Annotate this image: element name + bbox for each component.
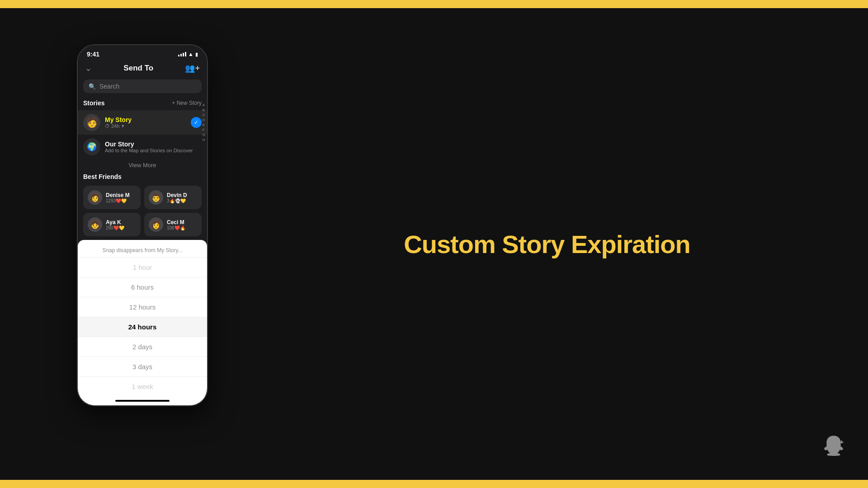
search-icon: 🔍 [89, 83, 96, 90]
battery-icon: ▮ [195, 52, 198, 57]
denise-name: Denise M [106, 192, 130, 198]
status-icons: ▲ ▮ [178, 51, 198, 57]
status-bar: 9:41 ▲ ▮ [78, 45, 207, 61]
ceci-info: Ceci M 106❤️🔥 [167, 219, 185, 230]
home-bar [115, 400, 170, 402]
aya-info: Aya K 290❤️💛 [106, 219, 124, 230]
our-story-avatar: 🌍 [83, 138, 100, 155]
snapchat-logo [822, 434, 845, 462]
wifi-icon: ▲ [188, 51, 193, 57]
search-placeholder: Search [99, 83, 119, 90]
new-story-button[interactable]: + New Story [172, 100, 202, 106]
alpha-c: C [202, 113, 206, 117]
option-3-days[interactable]: 3 days [78, 357, 207, 376]
search-bar[interactable]: 🔍 Search [83, 80, 202, 93]
right-section: Custom Story Expiration [226, 8, 868, 480]
my-story-avatar-emoji: 🧑 [86, 117, 98, 128]
alpha-b: B [202, 108, 206, 113]
friend-card-ceci[interactable]: 👩 Ceci M 106❤️🔥 [144, 213, 202, 236]
main-content: 9:41 ▲ ▮ ⌄ Send To [0, 8, 868, 480]
best-friends-header: Best Friends [78, 171, 207, 184]
alphabet-scroll: A B C D E F G H [202, 110, 206, 135]
option-12-hours[interactable]: 12 hours [78, 297, 207, 317]
devin-avatar: 👨 [149, 190, 163, 205]
alpha-f: F [202, 127, 206, 132]
our-story-info: Our Story Add to the Map and Stories on … [105, 141, 202, 153]
my-story-info: My Story ⏱ 24h ▼ [105, 116, 191, 129]
denise-info: Denise M 1293❤️💛 [106, 192, 130, 203]
my-story-avatar: 🧑 [83, 114, 100, 131]
border-bottom [0, 480, 868, 488]
view-more-button[interactable]: View More [78, 159, 207, 171]
phone-screen: 9:41 ▲ ▮ ⌄ Send To [78, 45, 207, 240]
back-button[interactable]: ⌄ [85, 63, 92, 73]
ceci-avatar: 👩 [149, 217, 163, 232]
option-1-hour[interactable]: 1 hour [78, 257, 207, 277]
friend-card-aya[interactable]: 👧 Aya K 290❤️💛 [83, 213, 141, 236]
my-story-name: My Story [105, 116, 191, 123]
phone-frame: 9:41 ▲ ▮ ⌄ Send To [77, 44, 208, 406]
friend-card-denise[interactable]: 👩 Denise M 1293❤️💛 [83, 186, 141, 209]
devin-score: 3🔥👻💛 [167, 198, 187, 203]
devin-info: Devin D 3🔥👻💛 [167, 192, 187, 203]
our-story-subtitle: Add to the Map and Stories on Discover [105, 148, 202, 153]
option-24-hours[interactable]: 24 hours [78, 317, 207, 337]
feature-title: Custom Story Expiration [404, 230, 690, 259]
border-top [0, 0, 868, 8]
friends-grid: 👩 Denise M 1293❤️💛 👨 Devin D 3🔥👻💛 [78, 184, 207, 240]
friend-card-devin[interactable]: 👨 Devin D 3🔥👻💛 [144, 186, 202, 209]
signal-bar-1 [178, 55, 179, 56]
clock-icon: ⏱ [105, 123, 110, 129]
alpha-d: D [202, 117, 206, 122]
best-friends-label: Best Friends [83, 173, 122, 180]
denise-avatar: 👩 [88, 190, 102, 205]
aya-score: 290❤️💛 [106, 225, 124, 230]
stories-section-header: Stories + New Story [78, 98, 207, 110]
snapchat-ghost-icon [822, 434, 845, 457]
add-friend-button[interactable]: 👥+ [185, 63, 200, 73]
aya-name: Aya K [106, 219, 124, 225]
option-2-days[interactable]: 2 days [78, 337, 207, 357]
alpha-a: A [202, 103, 206, 108]
my-story-timer: ⏱ 24h ▼ [105, 123, 191, 129]
our-story-item[interactable]: 🌍 Our Story Add to the Map and Stories o… [78, 135, 207, 159]
option-1-week[interactable]: 1 week [78, 376, 207, 396]
our-story-name: Our Story [105, 141, 202, 148]
stories-label: Stories [83, 99, 104, 107]
dropdown-header: Snap disappears from My Story... [78, 240, 207, 257]
denise-score: 1293❤️💛 [106, 198, 130, 203]
ceci-name: Ceci M [167, 219, 185, 225]
aya-avatar: 👧 [88, 217, 102, 232]
story-duration: 24h [111, 123, 119, 129]
signal-bar-4 [185, 52, 186, 56]
alpha-e: E [202, 122, 206, 127]
selected-checkmark: ✓ [191, 117, 202, 128]
svg-rect-1 [840, 442, 844, 443]
status-time: 9:41 [87, 51, 99, 58]
devin-name: Devin D [167, 192, 187, 198]
home-indicator [78, 396, 207, 405]
our-story-icon: 🌍 [87, 142, 97, 152]
ceci-score: 106❤️🔥 [167, 225, 185, 230]
expiration-dropdown: Snap disappears from My Story... 1 hour … [78, 240, 207, 405]
screen-title: Send To [123, 64, 153, 73]
option-6-hours[interactable]: 6 hours [78, 277, 207, 297]
signal-bar-2 [180, 54, 182, 56]
signal-bars-icon [178, 52, 186, 56]
chevron-small-icon: ▼ [121, 124, 125, 128]
phone-mockup: 9:41 ▲ ▮ ⌄ Send To [77, 44, 208, 406]
my-story-item[interactable]: 🧑 My Story ⏱ 24h ▼ ✓ A B [78, 110, 207, 135]
signal-bar-3 [183, 53, 184, 56]
screen-header: ⌄ Send To 👥+ [78, 61, 207, 78]
